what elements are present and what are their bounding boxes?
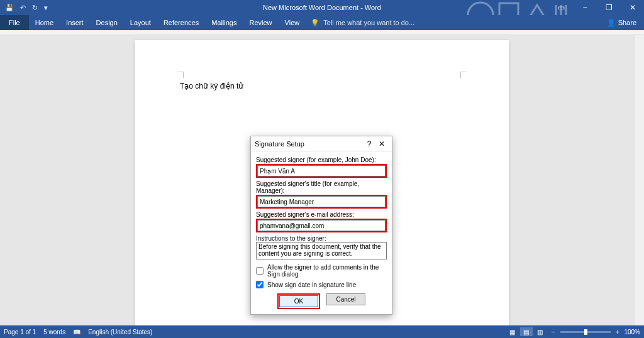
tab-view[interactable]: View bbox=[279, 15, 306, 30]
show-date-checkbox[interactable] bbox=[256, 281, 264, 288]
instructions-textarea[interactable]: Before signing this document, verify tha… bbox=[256, 242, 387, 259]
page-status[interactable]: Page 1 of 1 bbox=[4, 329, 36, 335]
share-label: Share bbox=[618, 19, 636, 26]
vertical-scrollbar[interactable] bbox=[635, 35, 644, 325]
signer-email-label: Suggested signer's e-mail address: bbox=[256, 211, 387, 218]
read-mode-icon[interactable]: ▦ bbox=[506, 327, 519, 336]
zoom-in-button[interactable]: + bbox=[616, 329, 619, 335]
signer-title-highlight bbox=[256, 195, 387, 209]
lightbulb-icon: 💡 bbox=[311, 19, 319, 27]
tab-design[interactable]: Design bbox=[90, 15, 124, 30]
ribbon-tabs: File Home Insert Design Layout Reference… bbox=[0, 15, 644, 30]
dialog-title: Signature Setup bbox=[255, 140, 363, 148]
save-icon[interactable]: 💾 bbox=[5, 4, 14, 12]
tab-layout[interactable]: Layout bbox=[124, 15, 157, 30]
print-layout-icon[interactable]: ▤ bbox=[520, 327, 533, 336]
tab-references[interactable]: References bbox=[157, 15, 205, 30]
signer-title-label: Suggested signer's title (for example, M… bbox=[256, 180, 387, 194]
tab-review[interactable]: Review bbox=[243, 15, 279, 30]
share-button[interactable]: 👤 Share bbox=[599, 19, 644, 27]
restore-button[interactable]: ❐ bbox=[597, 3, 620, 12]
show-date-label: Show sign date in signature line bbox=[267, 281, 356, 288]
zoom-slider[interactable] bbox=[560, 331, 611, 333]
allow-comments-label: Allow the signer to add comments in the … bbox=[267, 264, 387, 278]
dialog-buttons: OK Cancel bbox=[256, 293, 387, 309]
window-title: New Microsoft Word Document - Word bbox=[263, 4, 381, 11]
close-button[interactable]: ✕ bbox=[621, 3, 644, 12]
quick-access-toolbar: 💾 ↶ ↻ ▾ bbox=[0, 4, 48, 12]
ok-button[interactable]: OK bbox=[279, 295, 318, 307]
dialog-titlebar[interactable]: Signature Setup ? ✕ bbox=[251, 136, 392, 151]
share-icon: 👤 bbox=[607, 19, 616, 27]
allow-comments-row: Allow the signer to add comments in the … bbox=[256, 264, 387, 278]
signer-title-input[interactable] bbox=[257, 196, 386, 207]
undo-icon[interactable]: ↶ bbox=[20, 4, 26, 12]
tell-me-placeholder: Tell me what you want to do... bbox=[323, 19, 414, 26]
tab-home[interactable]: Home bbox=[29, 15, 60, 30]
dialog-body: Suggested signer (for example, John Doe)… bbox=[251, 151, 392, 314]
tell-me-search[interactable]: 💡 Tell me what you want to do... bbox=[311, 19, 414, 27]
spellcheck-icon[interactable]: 📖 bbox=[73, 329, 80, 335]
margin-marker-top-left bbox=[177, 72, 184, 78]
margin-marker-top-right bbox=[460, 72, 467, 78]
language-status[interactable]: English (United States) bbox=[88, 329, 152, 335]
cancel-button[interactable]: Cancel bbox=[326, 293, 365, 305]
document-area: Tạo chữ ký điện tử Signature Setup ? ✕ S… bbox=[0, 35, 644, 325]
document-body-text[interactable]: Tạo chữ ký điện tử bbox=[180, 82, 243, 90]
signer-label: Suggested signer (for example, John Doe)… bbox=[256, 156, 387, 163]
signer-email-input[interactable] bbox=[257, 220, 386, 231]
ok-button-highlight: OK bbox=[277, 293, 320, 309]
allow-comments-checkbox[interactable] bbox=[256, 267, 264, 275]
word-count[interactable]: 5 words bbox=[43, 329, 65, 335]
show-date-row: Show sign date in signature line bbox=[256, 281, 387, 288]
signature-setup-dialog: Signature Setup ? ✕ Suggested signer (fo… bbox=[250, 136, 392, 315]
tab-insert[interactable]: Insert bbox=[60, 15, 90, 30]
redo-icon[interactable]: ↻ bbox=[32, 4, 38, 12]
file-tab[interactable]: File bbox=[0, 15, 29, 30]
decorative-pattern bbox=[462, 0, 587, 15]
title-bar: 💾 ↶ ↻ ▾ New Microsoft Word Document - Wo… bbox=[0, 0, 644, 15]
qat-customize-icon[interactable]: ▾ bbox=[44, 4, 48, 12]
zoom-out-button[interactable]: − bbox=[552, 329, 555, 335]
web-layout-icon[interactable]: ▥ bbox=[534, 327, 547, 336]
status-right: ▦ ▤ ▥ − + 100% bbox=[506, 327, 640, 336]
signer-email-highlight bbox=[256, 219, 387, 232]
ruler-strip bbox=[0, 30, 644, 35]
tab-mailings[interactable]: Mailings bbox=[205, 15, 243, 30]
svg-rect-1 bbox=[499, 3, 518, 15]
status-bar: Page 1 of 1 5 words 📖 English (United St… bbox=[0, 325, 644, 338]
signer-input[interactable] bbox=[257, 165, 386, 177]
signer-highlight bbox=[256, 164, 387, 178]
zoom-slider-thumb[interactable] bbox=[584, 329, 587, 335]
view-switcher: ▦ ▤ ▥ bbox=[506, 327, 547, 336]
dialog-close-button[interactable]: ✕ bbox=[375, 139, 388, 148]
dialog-help-button[interactable]: ? bbox=[363, 139, 375, 148]
instructions-label: Instructions to the signer: bbox=[256, 235, 387, 242]
svg-point-0 bbox=[468, 3, 493, 15]
zoom-level[interactable]: 100% bbox=[624, 329, 640, 335]
